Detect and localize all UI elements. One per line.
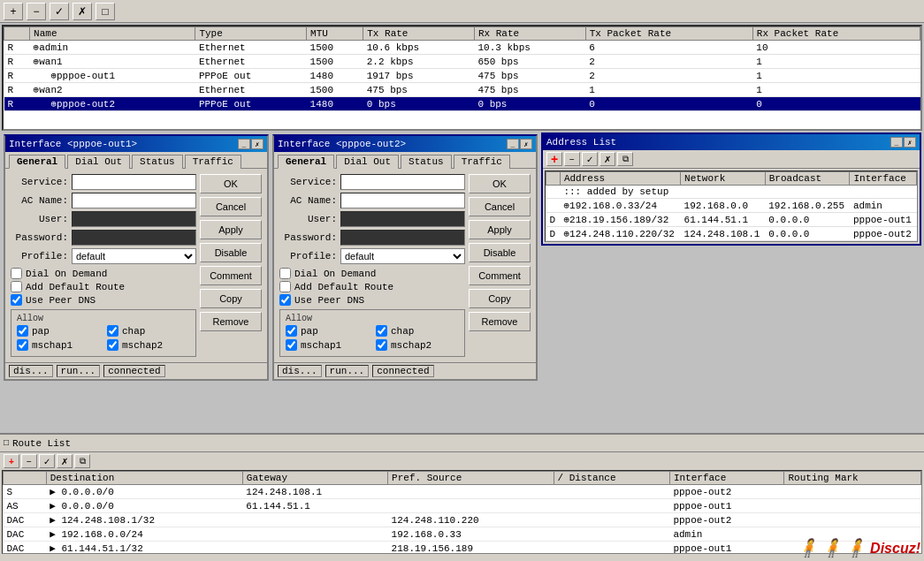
add-button[interactable]: +: [4, 3, 23, 20]
addr-col-network[interactable]: Network: [681, 172, 766, 186]
address-copy-btn[interactable]: ⧉: [617, 152, 633, 166]
col-rxpkt[interactable]: Rx Packet Rate: [752, 27, 920, 41]
addr-col-interface[interactable]: Interface: [850, 172, 917, 186]
interface-row[interactable]: R ⊕pppoe-out2 PPPoE out 1480 0 bps 0 bps…: [4, 97, 920, 111]
addr-col-address[interactable]: Address: [560, 172, 680, 186]
profile-select-1[interactable]: default: [72, 248, 196, 264]
use-peer-check-1[interactable]: [11, 294, 22, 306]
col-txpkt[interactable]: Tx Packet Rate: [585, 27, 752, 41]
add-default-check-2[interactable]: [279, 281, 291, 292]
remove-button-2[interactable]: Remove: [469, 312, 531, 331]
tab-dialout-1[interactable]: Dial Out: [67, 155, 130, 169]
tab-general-2[interactable]: General: [278, 155, 334, 169]
route-copy-btn[interactable]: ⧉: [74, 454, 90, 468]
route-row[interactable]: S ▶ 0.0.0.0/0 124.248.108.1 pppoe-out2: [4, 485, 921, 499]
address-row[interactable]: ⊕192.168.0.33/24 192.168.0.0 192.168.0.2…: [546, 199, 917, 213]
check-button[interactable]: ✓: [50, 3, 69, 20]
user-input-2[interactable]: [340, 211, 465, 227]
cancel-button-1[interactable]: Cancel: [200, 197, 262, 216]
add-default-check-1[interactable]: [11, 281, 22, 292]
route-add-btn[interactable]: +: [4, 454, 19, 468]
interface-row[interactable]: R ⊕pppoe-out1 PPPoE out 1480 1917 bps 47…: [4, 69, 920, 83]
interface-row[interactable]: R ⊕admin Ethernet 1500 10.6 kbps 10.3 kb…: [4, 41, 920, 55]
address-row[interactable]: D ⊕124.248.110.220/32 124.248.108.1 0.0.…: [546, 227, 917, 241]
tab-traffic-1[interactable]: Traffic: [185, 155, 241, 169]
route-row[interactable]: AS ▶ 0.0.0.0/0 61.144.51.1 pppoe-out1: [4, 499, 921, 513]
interface-row[interactable]: R ⊕wan1 Ethernet 1500 2.2 kbps 650 bps 2…: [4, 55, 920, 69]
apply-button-1[interactable]: Apply: [200, 220, 262, 239]
address-cross-btn[interactable]: ✗: [599, 152, 615, 166]
figure-orange: 🧍: [821, 537, 843, 559]
route-row[interactable]: DAC ▶ 124.248.108.1/32 124.248.110.220 p…: [4, 513, 921, 527]
profile-select-2[interactable]: default: [340, 248, 465, 264]
route-check-btn[interactable]: ✓: [39, 454, 55, 468]
route-col-mark[interactable]: Routing Mark: [784, 472, 921, 485]
address-remove-btn[interactable]: −: [564, 152, 580, 166]
route-col-iface[interactable]: Interface: [669, 472, 784, 485]
user-input-1[interactable]: [72, 211, 196, 227]
mschap1-check-1[interactable]: [17, 339, 28, 351]
disable-button-1[interactable]: Disable: [200, 243, 262, 262]
address-check-btn[interactable]: ✓: [582, 152, 598, 166]
route-col-pref[interactable]: Pref. Source: [388, 472, 554, 485]
route-col-dist[interactable]: / Distance: [554, 472, 669, 485]
use-peer-check-2[interactable]: [279, 294, 291, 306]
service-input-1[interactable]: [72, 174, 196, 190]
dialog1-title: Interface <pppoe-out1>: [9, 139, 137, 149]
route-col-dest[interactable]: Destination: [46, 472, 242, 485]
mschap2-check-1[interactable]: [107, 339, 118, 351]
interface-row[interactable]: R ⊕wan2 Ethernet 1500 475 bps 475 bps 1 …: [4, 83, 920, 97]
dialog1-close[interactable]: ✗: [251, 139, 263, 149]
ok-button-2[interactable]: OK: [469, 174, 531, 193]
mschap1-check-2[interactable]: [286, 339, 297, 351]
disable-button-2[interactable]: Disable: [469, 243, 531, 262]
comment-button-2[interactable]: Comment: [469, 266, 531, 285]
pap-check-2[interactable]: [286, 325, 297, 337]
copy-button-2[interactable]: Copy: [469, 289, 531, 308]
address-add-btn[interactable]: +: [546, 152, 562, 166]
chap-check-2[interactable]: [376, 325, 387, 337]
cancel-button-2[interactable]: Cancel: [469, 197, 531, 216]
window-button[interactable]: □: [95, 3, 115, 20]
address-row[interactable]: D ⊕218.19.156.189/32 61.144.51.1 0.0.0.0…: [546, 213, 917, 227]
col-rxrate[interactable]: Rx Rate: [474, 27, 585, 41]
address-row[interactable]: ::: added by setup: [546, 186, 917, 199]
tab-general-1[interactable]: General: [9, 155, 65, 169]
tab-dialout-2[interactable]: Dial Out: [336, 155, 399, 169]
ok-button-1[interactable]: OK: [200, 174, 262, 193]
remove-button[interactable]: −: [27, 3, 46, 20]
mschap2-check-2[interactable]: [376, 339, 387, 351]
password-input-1[interactable]: [72, 230, 196, 246]
pap-check-1[interactable]: [17, 325, 28, 337]
route-cross-btn[interactable]: ✗: [57, 454, 73, 468]
dialog1-minimize[interactable]: _: [238, 139, 250, 149]
col-type[interactable]: Type: [195, 27, 307, 41]
addr-col-broadcast[interactable]: Broadcast: [765, 172, 850, 186]
dialog2-close[interactable]: ✗: [520, 139, 532, 149]
apply-button-2[interactable]: Apply: [469, 220, 531, 239]
dial-demand-check-1[interactable]: [11, 268, 22, 279]
route-col-gateway[interactable]: Gateway: [242, 472, 387, 485]
dial-demand-check-2[interactable]: [279, 268, 291, 279]
chap-check-1[interactable]: [107, 325, 118, 337]
tab-status-2[interactable]: Status: [401, 155, 452, 169]
tab-traffic-2[interactable]: Traffic: [454, 155, 510, 169]
cross-button[interactable]: ✗: [73, 3, 92, 20]
service-input-2[interactable]: [340, 174, 465, 190]
col-txrate[interactable]: Tx Rate: [363, 27, 475, 41]
comment-button-1[interactable]: Comment: [200, 266, 262, 285]
remove-button-1[interactable]: Remove: [200, 312, 262, 331]
acname-input-1[interactable]: [72, 193, 196, 208]
dialog2-minimize[interactable]: _: [507, 139, 519, 149]
route-row[interactable]: DAC ▶ 192.168.0.0/24 192.168.0.33 admin: [4, 527, 921, 542]
route-remove-btn[interactable]: −: [21, 454, 37, 468]
tab-status-1[interactable]: Status: [132, 155, 183, 169]
acname-input-2[interactable]: [340, 193, 465, 208]
address-close[interactable]: ✗: [904, 137, 916, 148]
address-minimize[interactable]: _: [890, 137, 903, 148]
route-row[interactable]: DAC ▶ 61.144.51.1/32 218.19.156.189 pppo…: [4, 542, 921, 555]
password-input-2[interactable]: [340, 230, 465, 246]
col-mtu[interactable]: MTU: [307, 27, 363, 41]
copy-button-1[interactable]: Copy: [200, 289, 262, 308]
col-name[interactable]: Name: [30, 27, 195, 41]
